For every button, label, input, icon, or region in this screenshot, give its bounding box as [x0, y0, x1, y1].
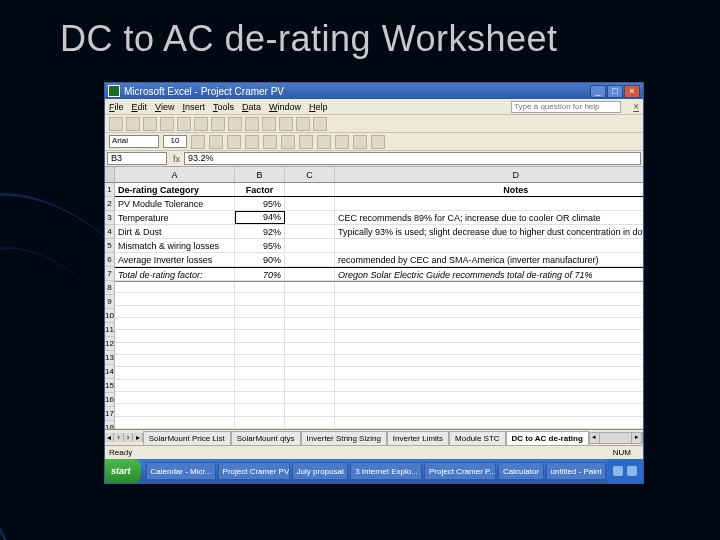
formula-input[interactable]: 93.2%	[184, 152, 641, 165]
align-left-icon[interactable]	[245, 135, 259, 149]
tab-next-icon[interactable]: ›	[124, 433, 133, 442]
percent-icon[interactable]	[317, 135, 331, 149]
taskbar-item[interactable]: Project Cramer P...	[424, 462, 496, 480]
cell[interactable]	[285, 225, 335, 238]
row-header[interactable]: 15	[105, 379, 114, 393]
col-header[interactable]: C	[285, 167, 335, 182]
currency-icon[interactable]	[299, 135, 313, 149]
sheet-tab[interactable]: SolarMount Price List	[143, 431, 231, 445]
cell[interactable]	[285, 268, 335, 280]
cell[interactable]	[335, 239, 643, 252]
row-header[interactable]: 7	[105, 267, 114, 281]
table-row[interactable]	[115, 281, 643, 293]
bold-icon[interactable]	[191, 135, 205, 149]
tab-last-icon[interactable]: ▸	[133, 433, 142, 442]
save-icon[interactable]	[143, 117, 157, 131]
menu-data[interactable]: Data	[242, 102, 261, 112]
row-header[interactable]: 14	[105, 365, 114, 379]
row-header[interactable]: 11	[105, 323, 114, 337]
select-all-corner[interactable]	[105, 167, 114, 183]
row-header[interactable]: 6	[105, 253, 114, 267]
cell[interactable]: recommended by CEC and SMA-America (inve…	[335, 253, 643, 266]
cell[interactable]: Average Inverter losses	[115, 253, 235, 266]
align-right-icon[interactable]	[281, 135, 295, 149]
titlebar[interactable]: Microsoft Excel - Project Cramer PV _ □ …	[105, 83, 643, 99]
font-color-icon[interactable]	[371, 135, 385, 149]
taskbar-item[interactable]: Calculator	[498, 462, 544, 480]
tab-first-icon[interactable]: ◂	[105, 433, 114, 442]
start-button[interactable]: start	[105, 459, 141, 483]
taskbar-item[interactable]: 3 Internet Explo...	[350, 462, 422, 480]
cell[interactable]: 95%	[235, 197, 285, 210]
sheet-tab[interactable]: SolarMount qtys	[231, 431, 301, 445]
taskbar-item[interactable]: July proposal	[292, 462, 349, 480]
sheet-tab[interactable]: Inverter Limits	[387, 431, 449, 445]
sheet-tab[interactable]: Inverter String Sizing	[301, 431, 387, 445]
row-header[interactable]: 12	[105, 337, 114, 351]
col-header[interactable]: B	[235, 167, 285, 182]
cell[interactable]	[285, 253, 335, 266]
italic-icon[interactable]	[209, 135, 223, 149]
taskbar-item[interactable]: Calendar - Micr...	[146, 462, 216, 480]
table-row[interactable]: Total de-rating factor: 70% Oregon Solar…	[115, 267, 643, 281]
menu-tools[interactable]: Tools	[213, 102, 234, 112]
table-row[interactable]	[115, 343, 643, 355]
cell[interactable]: Dirt & Dust	[115, 225, 235, 238]
cell[interactable]	[285, 239, 335, 252]
preview-icon[interactable]	[177, 117, 191, 131]
menu-insert[interactable]: Insert	[182, 102, 205, 112]
row-header[interactable]: 16	[105, 393, 114, 407]
row-header[interactable]: 8	[105, 281, 114, 295]
help-search-input[interactable]	[511, 101, 621, 113]
col-header[interactable]: D	[335, 167, 643, 182]
cell[interactable]: PV Module Tolerance	[115, 197, 235, 210]
zoom-icon[interactable]	[313, 117, 327, 131]
row-header[interactable]: 18	[105, 421, 114, 429]
taskbar-item[interactable]: Project Cramer PV	[218, 462, 290, 480]
cell[interactable]: Factor	[235, 183, 285, 196]
table-row[interactable]	[115, 404, 643, 416]
row-header[interactable]: 4	[105, 225, 114, 239]
menu-edit[interactable]: Edit	[132, 102, 148, 112]
fx-icon[interactable]: fx	[169, 154, 184, 164]
row-header[interactable]: 3	[105, 211, 114, 225]
fill-color-icon[interactable]	[353, 135, 367, 149]
copy-icon[interactable]	[211, 117, 225, 131]
row-header[interactable]: 1	[105, 183, 114, 197]
cell[interactable]	[285, 211, 335, 224]
cell[interactable]: De-rating Category	[115, 183, 235, 196]
active-cell[interactable]: 94%	[235, 211, 285, 224]
doc-close-button[interactable]: ×	[633, 101, 639, 112]
print-icon[interactable]	[160, 117, 174, 131]
table-row[interactable]: Dirt & Dust 92% Typically 93% is used; s…	[115, 225, 643, 239]
close-button[interactable]: ×	[624, 85, 640, 98]
col-header[interactable]: A	[115, 167, 235, 182]
table-row[interactable]	[115, 380, 643, 392]
table-row[interactable]: Temperature 94% CEC recommends 89% for C…	[115, 211, 643, 225]
menu-view[interactable]: View	[155, 102, 174, 112]
table-row[interactable]	[115, 392, 643, 404]
name-box[interactable]: B3	[107, 152, 167, 165]
cell[interactable]: 92%	[235, 225, 285, 238]
cut-icon[interactable]	[194, 117, 208, 131]
cell[interactable]: Total de-rating factor:	[115, 268, 235, 280]
table-row[interactable]: Mismatch & wiring losses 95%	[115, 239, 643, 253]
table-row[interactable]	[115, 355, 643, 367]
underline-icon[interactable]	[227, 135, 241, 149]
table-row[interactable]	[115, 330, 643, 342]
menu-window[interactable]: Window	[269, 102, 301, 112]
row-header[interactable]: 5	[105, 239, 114, 253]
tray-icon[interactable]	[627, 466, 637, 476]
row-header[interactable]: 2	[105, 197, 114, 211]
sort-icon[interactable]	[279, 117, 293, 131]
minimize-button[interactable]: _	[590, 85, 606, 98]
cell[interactable]	[285, 183, 335, 196]
paste-icon[interactable]	[228, 117, 242, 131]
system-tray[interactable]	[607, 459, 643, 483]
cell[interactable]: CEC recommends 89% for CA; increase due …	[335, 211, 643, 224]
taskbar-item[interactable]: untitled - Paint	[546, 462, 606, 480]
maximize-button[interactable]: □	[607, 85, 623, 98]
undo-icon[interactable]	[245, 117, 259, 131]
cell[interactable]: Oregon Solar Electric Guide recommends t…	[335, 268, 643, 280]
spreadsheet-grid[interactable]: 1 2 3 4 5 6 7 8 9 10 11 12 13 14 15 16 1…	[105, 167, 643, 429]
